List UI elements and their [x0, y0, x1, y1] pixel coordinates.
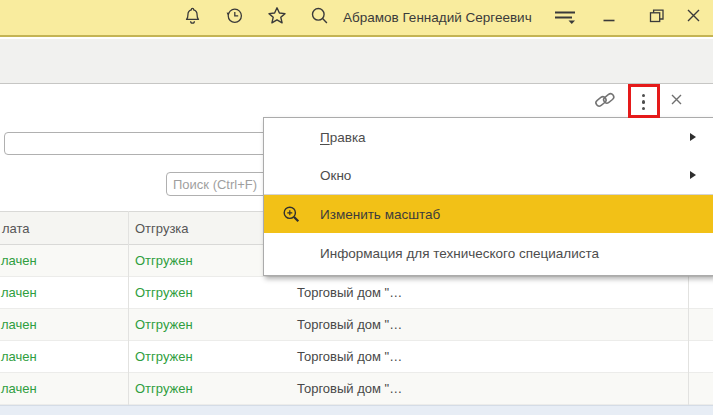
menu-item-label: П: [320, 130, 330, 145]
favorites-button[interactable]: [264, 0, 290, 35]
shipment-status: Отгружен: [135, 341, 193, 372]
search-icon: [309, 5, 330, 30]
zoom-in-icon: [282, 205, 301, 224]
close-button[interactable]: [683, 0, 703, 35]
submenu-arrow-icon: [690, 133, 696, 141]
shipment-status: Отгружен: [135, 277, 193, 308]
global-search-button[interactable]: [307, 0, 332, 35]
subheader-band: [0, 39, 713, 84]
service-menu-icon: [552, 6, 578, 30]
customer-cell: Торговый дом "…: [297, 373, 402, 404]
history-icon: [224, 5, 245, 30]
menu-item-label: Информация для технического специалиста: [320, 246, 599, 261]
history-button[interactable]: [222, 0, 247, 35]
star-icon: [266, 5, 288, 30]
minimize-icon: [601, 8, 617, 28]
table-row[interactable]: лачен Отгружен Торговый дом "…: [0, 309, 713, 341]
menu-item-label: равка: [330, 130, 366, 145]
customer-cell: Торговый дом "…: [297, 277, 402, 308]
payment-status: лачен: [1, 373, 37, 404]
payment-status: лачен: [1, 341, 37, 372]
menu-item-window[interactable]: Окно: [264, 156, 713, 194]
kebab-menu-button[interactable]: [631, 88, 656, 116]
minimize-button[interactable]: [599, 0, 619, 35]
get-link-button[interactable]: [592, 91, 618, 113]
menu-item-label: Окно: [320, 168, 351, 183]
app-titlebar: Абрамов Геннадий Сергеевич: [0, 0, 713, 37]
submenu-arrow-icon: [690, 171, 696, 179]
table-row[interactable]: лачен Отгружен Торговый дом "…: [0, 341, 713, 373]
service-menu-button[interactable]: [550, 0, 580, 35]
form-close-button[interactable]: [666, 92, 686, 110]
menu-item-change-zoom[interactable]: Изменить масштаб: [264, 195, 713, 233]
bell-icon: [182, 5, 203, 30]
restore-button[interactable]: [646, 0, 668, 35]
close-icon: [686, 8, 701, 27]
column-divider: [128, 211, 129, 405]
app-window: Абрамов Геннадий Сергеевич: [0, 0, 713, 415]
menu-item-tech-info[interactable]: Информация для технического специалиста: [264, 233, 713, 274]
column-header-shipment[interactable]: Отгрузка: [135, 212, 189, 244]
table-row[interactable]: лачен Отгружен Торговый дом "…: [0, 277, 713, 309]
shipment-status: Отгружен: [135, 245, 193, 276]
kebab-menu-icon: [642, 92, 646, 112]
payment-status: лачен: [1, 309, 37, 340]
notifications-button[interactable]: [180, 0, 205, 35]
user-name: Абрамов Геннадий Сергеевич: [343, 0, 532, 35]
menu-item-edit[interactable]: Правка: [264, 118, 713, 156]
selected-row-strip[interactable]: [0, 405, 713, 415]
table-row[interactable]: лачен Отгружен Торговый дом "…: [0, 373, 713, 405]
close-icon: [670, 92, 683, 110]
link-icon: [592, 89, 618, 115]
context-menu: Правка Окно Изменить масштаб Информация …: [263, 117, 713, 276]
shipment-status: Отгружен: [135, 309, 193, 340]
shipment-status: Отгружен: [135, 373, 193, 404]
customer-cell: Торговый дом "…: [297, 309, 402, 340]
payment-status: лачен: [1, 245, 37, 276]
menu-item-label: Изменить масштаб: [320, 207, 440, 222]
restore-icon: [648, 8, 666, 28]
column-header-payment[interactable]: лата: [2, 212, 30, 244]
payment-status: лачен: [1, 277, 37, 308]
customer-cell: Торговый дом "…: [297, 341, 402, 372]
